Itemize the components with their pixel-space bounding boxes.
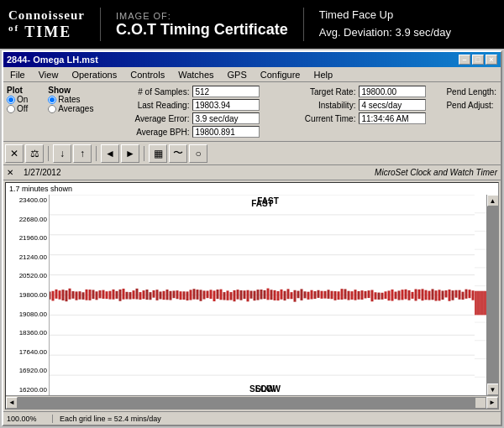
chart-info-bar: 1.7 minutes shown (6, 183, 498, 195)
right-scrollbar: ▲ ▼ (486, 195, 498, 395)
title-bar: 2844- Omega LH.mst – □ × (3, 52, 501, 67)
chart-canvas (50, 195, 475, 395)
status-bar: ✕ 1/27/2012 MicroSet Clock and Watch Tim… (3, 165, 501, 180)
plot-controls: Plot On Off (7, 86, 28, 113)
toolbar-scale-button[interactable]: ⚖ (25, 144, 44, 163)
avg-bph-row: Average BPH: 19800.891 (113, 126, 260, 138)
status-close[interactable]: ✕ (7, 168, 13, 177)
h-scroll-left[interactable]: ◄ (6, 397, 18, 409)
menu-help[interactable]: Help (309, 69, 339, 81)
image-of-label: IMAGE OF: (116, 11, 288, 21)
menu-bar: File View Operations Controls Watches GP… (3, 67, 501, 82)
y-axis: 23400.00 22680.00 21960.00 21240.00 2052… (6, 195, 50, 395)
avg-bph-label: Average BPH: (113, 128, 189, 137)
target-panel: Target Rate: 19800.00 Instability: 4 sec… (280, 86, 426, 124)
brand-right-divider (303, 8, 304, 41)
pend-length-row: Pend Length: — (446, 86, 504, 97)
menu-watches[interactable]: Watches (173, 69, 218, 81)
chart-body: 23400.00 22680.00 21960.00 21240.00 2052… (6, 195, 498, 395)
pend-adjust-row: Pend Adjust: — (446, 99, 504, 111)
toolbar-circle-button[interactable]: ○ (189, 144, 207, 163)
avg-bph-value: 19800.891 (192, 126, 260, 138)
samples-row: # of Samples: 512 (113, 86, 260, 97)
instability-label: Instability: (280, 101, 355, 110)
toolbar-bar-button[interactable]: ▦ (149, 144, 167, 163)
menu-controls[interactable]: Controls (125, 69, 170, 81)
toolbar-sep-3 (144, 146, 144, 161)
zoom-level: 100.00% (7, 415, 53, 423)
toolbar-sep-2 (96, 146, 97, 161)
v-scroll-track[interactable] (487, 206, 499, 384)
avg-error-label: Average Error: (113, 114, 189, 123)
target-rate-value: 19800.00 (359, 86, 426, 97)
title-bar-buttons: – □ × (459, 55, 497, 65)
target-rate-row: Target Rate: 19800.00 (280, 86, 426, 97)
h-scroll-right[interactable]: ► (486, 397, 498, 409)
menu-view[interactable]: View (34, 69, 64, 81)
plot-off-radio[interactable]: Off (7, 104, 28, 113)
samples-value: 512 (192, 86, 260, 97)
minutes-shown: 1.7 minutes shown (9, 185, 72, 193)
plot-label: Plot (7, 86, 28, 95)
close-button[interactable]: × (486, 55, 497, 65)
avg-error-value: 3.9 sec/day (192, 112, 260, 124)
show-averages-radio[interactable]: Averages (48, 104, 93, 113)
brand-info: IMAGE OF: C.O.T Timing Certificate (116, 11, 288, 39)
toolbar-down-button[interactable]: ↓ (53, 144, 71, 163)
menu-file[interactable]: File (5, 69, 30, 81)
menu-configure[interactable]: Configure (255, 69, 306, 81)
h-scrollbar: ◄ ► (6, 395, 498, 409)
scroll-up-button[interactable]: ▲ (487, 195, 499, 206)
minimize-button[interactable]: – (459, 55, 470, 65)
scroll-down-button[interactable]: ▼ (487, 384, 499, 395)
toolbar: ✕ ⚖ ↓ ↑ ◄ ► ▦ 〜 ○ (3, 142, 501, 165)
brand-divider (100, 8, 101, 41)
brand-logo: Connoisseur of TIME (8, 8, 85, 42)
maximize-button[interactable]: □ (472, 55, 484, 65)
show-label: Show (48, 86, 93, 95)
bottom-status-bar: 100.00% Each grid line = 52.4 mins/day (3, 411, 501, 425)
h-scroll-thumb[interactable] (475, 397, 486, 409)
toolbar-up-button[interactable]: ↑ (73, 144, 92, 163)
toolbar-left-button[interactable]: ◄ (101, 144, 119, 163)
last-reading-label: Last Reading: (113, 101, 189, 110)
target-rate-label: Target Rate: (280, 87, 355, 97)
menu-operations[interactable]: Operations (66, 69, 122, 81)
toolbar-sep-1 (48, 146, 49, 161)
slow-label: SLOW (255, 384, 281, 394)
plot-on-radio[interactable]: On (7, 95, 28, 104)
pend-length-label: Pend Length: (446, 87, 504, 97)
window-title: 2844- Omega LH.mst (7, 55, 98, 65)
avg-deviation-label: Avg. Deviation: 3.9 sec/day (319, 24, 451, 42)
chart-container: 1.7 minutes shown 23400.00 22680.00 2196… (5, 182, 499, 410)
chart-overlay (50, 195, 486, 395)
show-rates-radio[interactable]: Rates (48, 95, 93, 104)
status-date: 1/27/2012 (24, 168, 61, 177)
current-time-label: Current Time: (280, 114, 355, 123)
instability-row: Instability: 4 secs/day (280, 99, 426, 111)
toolbar-x-button[interactable]: ✕ (5, 144, 24, 163)
toolbar-right-button[interactable]: ► (121, 144, 139, 163)
pend-adjust-label: Pend Adjust: (446, 101, 504, 110)
instability-value: 4 secs/day (359, 99, 426, 111)
brand-stats: Timed Face Up Avg. Deviation: 3.9 sec/da… (319, 7, 451, 42)
samples-label: # of Samples: (113, 87, 189, 97)
cert-title: C.O.T Timing Certificate (116, 21, 288, 39)
fast-label: FAST (257, 196, 279, 206)
timed-face-label: Timed Face Up (319, 7, 451, 24)
avg-error-row: Average Error: 3.9 sec/day (113, 112, 260, 124)
last-reading-value: 19803.94 (192, 99, 260, 111)
main-window: 2844- Omega LH.mst – □ × File View Opera… (2, 50, 502, 426)
controls-area: Plot On Off Show Rates Averages # of Sam… (3, 82, 501, 142)
microset-label: MicroSet Clock and Watch Timer (375, 168, 497, 177)
brand-header: Connoisseur of TIME IMAGE OF: C.O.T Timi… (0, 0, 504, 49)
grid-info: Each grid line = 52.4 mins/day (60, 415, 497, 423)
h-scroll-track[interactable] (18, 397, 486, 409)
toolbar-wave-button[interactable]: 〜 (169, 144, 187, 163)
pend-panel: Pend Length: — Pend Adjust: — (446, 86, 504, 111)
current-time-row: Current Time: 11:34:46 AM (280, 112, 426, 124)
current-time-value: 11:34:46 AM (359, 112, 426, 124)
menu-gps[interactable]: GPS (223, 69, 252, 81)
last-reading-row: Last Reading: 19803.94 (113, 99, 260, 111)
plot-area: FAST (50, 195, 486, 395)
